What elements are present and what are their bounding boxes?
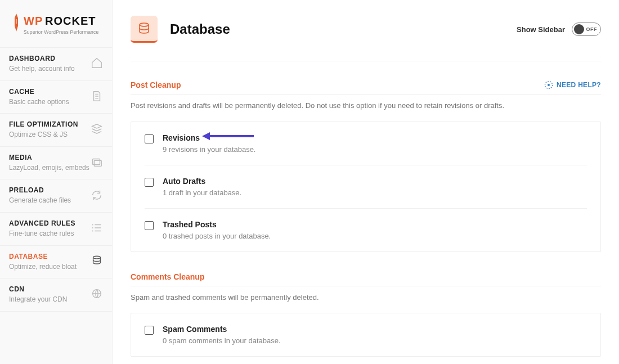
section-title-comments-cleanup: Comments Cleanup (131, 272, 204, 281)
main-panel: Database Show Sidebar OFF Post Cleanup N… (113, 0, 619, 364)
svg-rect-0 (93, 159, 100, 165)
svg-point-4 (92, 231, 93, 232)
file-icon (91, 90, 103, 104)
logo-rocket-text: ROCKET (45, 15, 96, 27)
help-icon (544, 80, 553, 89)
option-subtext: 0 spam comments in your database. (163, 336, 281, 345)
option-label: Spam Comments (163, 325, 281, 334)
nav-desc: Optimize CSS & JS (9, 131, 78, 140)
option-label: Auto Drafts (163, 177, 241, 186)
images-icon (91, 156, 103, 170)
sidebar-item-file-optimization[interactable]: FILE OPTIMIZATION Optimize CSS & JS (0, 113, 112, 146)
sidebar-item-preload[interactable]: PRELOAD Generate cache files (0, 179, 112, 212)
nav-desc: Generate cache files (9, 196, 71, 205)
section-title-post-cleanup: Post Cleanup (131, 80, 181, 89)
divider (131, 94, 601, 95)
divider (131, 61, 601, 61)
nav-desc: LazyLoad, emojis, embeds (9, 164, 89, 173)
toggle-state-text: OFF (586, 26, 598, 32)
highlight-arrow-icon (201, 130, 255, 144)
nav-desc: Get help, account info (9, 65, 75, 74)
database-icon (137, 22, 151, 35)
refresh-icon (91, 189, 103, 203)
need-help-text: NEED HELP? (557, 81, 601, 89)
option-checkbox[interactable] (145, 326, 154, 335)
option-checkbox[interactable] (145, 221, 154, 230)
nav-title: CACHE (9, 88, 69, 96)
svg-point-2 (92, 224, 93, 226)
sidebar-item-cdn[interactable]: CDN Integrate your CDN (0, 278, 112, 312)
option-subtext: 0 trashed posts in your database. (163, 232, 271, 240)
sidebar-item-advanced-rules[interactable]: ADVANCED RULES Fine-tune cache rules (0, 212, 112, 245)
stack-icon (91, 123, 103, 137)
show-sidebar-toggle[interactable]: OFF (572, 23, 601, 36)
option-row: Spam Comments 0 spam comments in your da… (145, 313, 587, 356)
divider (131, 286, 601, 286)
post-cleanup-options: Revisions 9 revisions in your database. … (131, 122, 601, 252)
logo-tagline: Superior WordPress Performance (24, 29, 98, 35)
nav-desc: Fine-tune cache rules (9, 230, 75, 239)
nav-desc: Basic cache options (9, 98, 69, 107)
svg-point-5 (93, 256, 101, 259)
nav-desc: Integrate your CDN (9, 295, 67, 304)
nav-title: PRELOAD (9, 186, 71, 194)
nav-title: FILE OPTIMIZATION (9, 120, 78, 128)
svg-rect-1 (94, 160, 101, 166)
nav-title: DATABASE (9, 253, 77, 260)
globe-icon (91, 287, 103, 302)
need-help-link[interactable]: NEED HELP? (544, 80, 601, 89)
nav-title: DASHBOARD (9, 55, 75, 62)
nav-title: ADVANCED RULES (9, 219, 75, 227)
nav-title: CDN (9, 285, 67, 293)
logo-wp-text: WP (24, 15, 43, 27)
brand-logo: WP ROCKET Superior WordPress Performance (0, 0, 112, 47)
option-checkbox[interactable] (145, 134, 154, 143)
sidebar-item-media[interactable]: MEDIA LazyLoad, emojis, embeds (0, 146, 112, 179)
svg-point-9 (548, 84, 550, 86)
option-row: Auto Drafts 1 draft in your database. (145, 165, 587, 209)
post-cleanup-intro: Post revisions and drafts will be perman… (131, 100, 601, 111)
option-label: Trashed Posts (163, 220, 271, 229)
page-title: Database (170, 21, 230, 37)
database-icon (91, 255, 103, 269)
nav-desc: Optimize, reduce bloat (9, 263, 77, 272)
option-checkbox[interactable] (145, 178, 154, 187)
svg-point-7 (140, 23, 149, 26)
list-icon (91, 222, 103, 236)
option-subtext: 9 revisions in your database. (163, 145, 255, 154)
comments-cleanup-options: Spam Comments 0 spam comments in your da… (131, 313, 601, 357)
comments-cleanup-intro: Spam and trashed comments will be perman… (131, 292, 601, 303)
sidebar-item-cache[interactable]: CACHE Basic cache options (0, 80, 112, 114)
sidebar-item-database[interactable]: DATABASE Optimize, reduce bloat (0, 245, 112, 278)
rocket-icon (12, 14, 20, 32)
home-icon (91, 57, 103, 71)
svg-point-3 (92, 227, 93, 228)
option-row: Revisions 9 revisions in your database. (145, 122, 587, 165)
option-row: Trashed Posts 0 trashed posts in your da… (145, 209, 587, 251)
page-icon-database (131, 16, 158, 43)
sidebar-item-dashboard[interactable]: DASHBOARD Get help, account info (0, 47, 112, 80)
sidebar: WP ROCKET Superior WordPress Performance… (0, 0, 113, 364)
option-subtext: 1 draft in your database. (163, 188, 241, 197)
show-sidebar-label: Show Sidebar (517, 25, 565, 34)
nav-title: MEDIA (9, 154, 89, 161)
